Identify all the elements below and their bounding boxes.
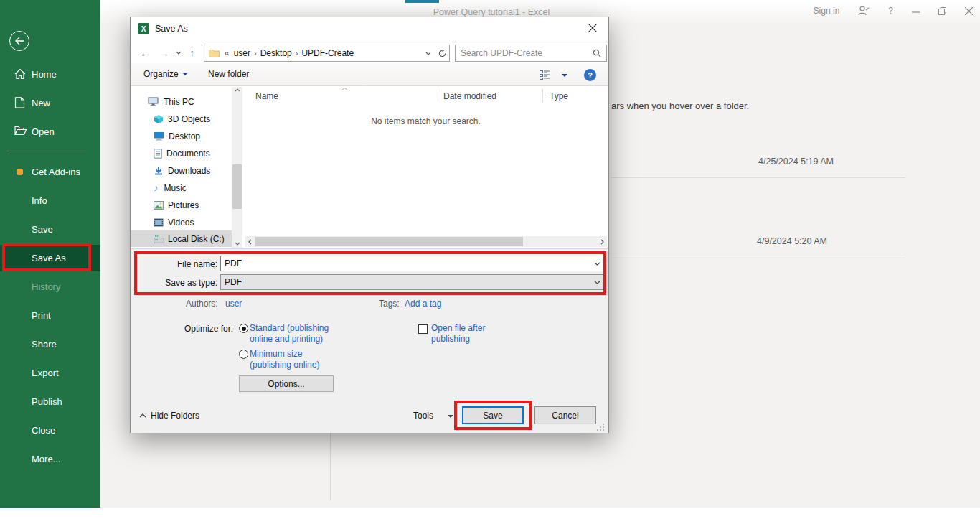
radio-standard[interactable]	[239, 324, 248, 333]
tags-label: Tags:	[379, 299, 400, 309]
save-as-type-dropdown[interactable]: PDF	[220, 274, 605, 290]
new-folder-button[interactable]: New folder	[208, 69, 249, 79]
sign-in-link[interactable]: Sign in	[814, 6, 840, 16]
sidebar-item-save-as[interactable]: Save As	[0, 247, 100, 268]
cancel-button[interactable]: Cancel	[534, 406, 596, 424]
downloads-icon	[154, 166, 164, 176]
close-icon[interactable]	[965, 7, 973, 15]
sidebar-item-close[interactable]: Close	[0, 419, 100, 441]
tree-item-videos[interactable]: Videos	[131, 214, 232, 230]
tree-item-music[interactable]: ♪ Music	[131, 179, 232, 196]
resize-grip[interactable]	[597, 424, 604, 431]
pictures-icon	[154, 201, 164, 210]
sidebar-item-publish[interactable]: Publish	[0, 391, 100, 412]
address-bar[interactable]: « user › Desktop › UPDF-Create	[204, 45, 436, 62]
file-name-chevron-icon[interactable]	[594, 262, 600, 266]
tree-item-local-disk[interactable]: Local Disk (C:)	[131, 230, 232, 247]
music-icon: ♪	[154, 183, 159, 192]
breadcrumb-updf-create[interactable]: UPDF-Create	[301, 48, 354, 58]
authors-label: Authors:	[186, 299, 218, 309]
sidebar-item-open[interactable]: Open	[0, 121, 100, 142]
scroll-right-icon[interactable]	[600, 239, 604, 245]
restore-icon[interactable]	[938, 7, 946, 15]
nav-forward-icon[interactable]: →	[159, 47, 169, 59]
help-icon[interactable]: ?	[888, 6, 893, 16]
backstage-hint-text: ars when you hover over a folder.	[611, 100, 749, 111]
radio-minimum-size[interactable]	[239, 350, 248, 359]
file-name-combobox	[220, 256, 605, 271]
scroll-down-icon[interactable]	[232, 242, 242, 246]
optimize-for-label: Optimize for:	[184, 324, 233, 334]
accent-strip	[405, 0, 439, 3]
sidebar-item-home[interactable]: Home	[0, 63, 100, 85]
tree-item-downloads[interactable]: Downloads	[131, 162, 232, 179]
tree-item-desktop[interactable]: Desktop	[131, 128, 232, 144]
sidebar-item-info[interactable]: Info	[0, 190, 100, 211]
sidebar-item-share[interactable]: Share	[0, 333, 100, 355]
breadcrumb-separator: ›	[296, 49, 298, 57]
list-horizontal-scrollbar[interactable]	[245, 236, 607, 247]
open-file-after-publishing-checkbox[interactable]	[418, 324, 428, 334]
dialog-help-icon[interactable]: ?	[584, 69, 596, 81]
sidebar-item-get-addins[interactable]: Get Add-ins	[0, 161, 100, 182]
sort-ascending-icon	[341, 87, 348, 90]
user-account-icon[interactable]	[858, 6, 870, 16]
search-input[interactable]	[456, 48, 593, 58]
column-header-date-modified[interactable]: Date modified	[443, 91, 496, 101]
tree-item-3d-objects[interactable]: 3D Objects	[131, 111, 232, 127]
address-dropdown-chevron-icon[interactable]	[425, 52, 431, 55]
scroll-up-icon[interactable]	[232, 88, 242, 92]
open-file-after-publishing-label[interactable]: Open file after publishing	[431, 323, 497, 345]
addins-icon	[17, 169, 23, 175]
organize-menu[interactable]: Organize	[143, 69, 188, 79]
horizontal-scrollbar-thumb[interactable]	[255, 237, 523, 246]
sidebar-item-new[interactable]: New	[0, 92, 100, 113]
empty-results-message: No items match your search.	[245, 116, 607, 126]
tools-caret-icon[interactable]	[448, 415, 453, 418]
tree-item-documents[interactable]: Documents	[131, 145, 232, 162]
radio-minimum-size-label[interactable]: Minimum size (publishing online)	[250, 349, 337, 370]
nav-back-icon[interactable]: ←	[140, 47, 151, 59]
save-as-dialog: X Save As ← → ↑ « user › Desktop › UPDF-…	[130, 17, 609, 433]
view-options-caret-icon[interactable]	[562, 74, 567, 77]
tree-scrollbar-thumb[interactable]	[232, 164, 242, 209]
options-button[interactable]: Options...	[239, 375, 334, 392]
tree-item-this-pc[interactable]: This PC	[131, 93, 232, 110]
window-controls: Sign in ?	[814, 6, 973, 16]
backstage-date-2: 4/9/2024 5:20 AM	[757, 236, 827, 246]
sidebar-item-print[interactable]: Print	[0, 304, 100, 326]
nav-history-chevron-icon[interactable]	[176, 51, 182, 55]
breadcrumb-desktop[interactable]: Desktop	[260, 48, 292, 58]
radio-standard-label[interactable]: Standard (publishing online and printing…	[250, 323, 337, 345]
hide-folders-chevron-icon	[139, 413, 146, 418]
new-document-icon	[14, 97, 26, 108]
breadcrumb-user[interactable]: user	[234, 48, 250, 58]
minimize-icon[interactable]	[912, 7, 920, 14]
column-header-type[interactable]: Type	[550, 91, 568, 101]
file-name-input[interactable]	[221, 258, 594, 268]
backstage-divider	[611, 258, 905, 258]
dialog-toolbar	[131, 63, 608, 86]
backstage-sidebar: Home New Open Get Add-ins Info Save Save…	[0, 0, 100, 508]
authors-value[interactable]: user	[225, 299, 242, 309]
folder-icon	[209, 49, 220, 57]
view-options-icon[interactable]	[540, 70, 550, 80]
dialog-close-icon[interactable]	[575, 17, 610, 39]
sidebar-item-export[interactable]: Export	[0, 362, 100, 383]
breadcrumb-separator: ›	[254, 49, 257, 57]
scroll-left-icon[interactable]	[248, 239, 252, 245]
column-separator	[542, 89, 543, 103]
sidebar-item-save[interactable]: Save	[0, 218, 100, 240]
tree-item-pictures[interactable]: Pictures	[131, 197, 232, 213]
refresh-button[interactable]	[435, 45, 450, 62]
breadcrumb-prefix: «	[225, 48, 230, 58]
back-button[interactable]	[9, 31, 29, 51]
tags-add-link[interactable]: Add a tag	[405, 299, 441, 309]
column-header-name[interactable]: Name	[255, 91, 278, 101]
hide-folders-button[interactable]: Hide Folders	[151, 411, 199, 421]
nav-up-icon[interactable]: ↑	[189, 47, 195, 59]
save-button[interactable]: Save	[462, 406, 524, 424]
tools-menu[interactable]: Tools	[413, 411, 433, 421]
search-icon[interactable]	[593, 49, 601, 57]
sidebar-item-more[interactable]: More...	[0, 448, 100, 469]
